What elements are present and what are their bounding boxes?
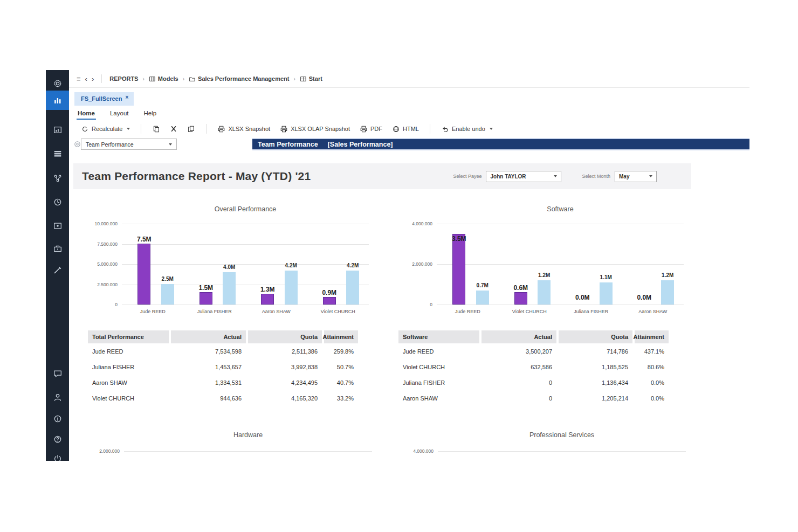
tab-bar: FS_FullScreen × [69,88,749,106]
sidebar-item-rows[interactable] [46,146,69,162]
table-row: Jude REED3,500,207714,786437.1% [398,343,669,359]
breadcrumb-item-sales-performance-management[interactable]: Sales Performance Management [189,75,289,82]
actual-value: 7,534,598 [171,343,246,359]
attainment-value: 0.0% [635,390,669,406]
sidebar-item-help[interactable] [46,431,69,447]
sidebar-item-info[interactable] [46,411,69,427]
sidebar-item-comment[interactable] [46,365,69,382]
chevron-down-icon [169,143,172,146]
sidebar-item-report[interactable] [46,122,69,138]
forward-icon[interactable]: › [92,75,94,83]
bar-quota-aaron-shaw [661,280,674,305]
attainment-value: 259.8% [324,343,358,359]
menu-item-help[interactable]: Help [142,107,157,120]
sidebar-item-pencil[interactable] [46,262,69,278]
actual-value: 944,636 [171,390,246,406]
bar-actual-juliana-fisher [200,292,212,305]
category-label: Aaron SHAW [245,309,307,314]
table-row: Juliana FISHER01,136,4340.0% [398,375,669,390]
bar-value-label: 0.6M [505,284,537,292]
toolbar-divider [430,124,430,134]
sidebar-item-user[interactable] [46,389,69,405]
data-table-total-performance: Total PerformanceActualQuotaAttainmentJu… [88,330,358,406]
breadcrumb-separator: › [183,76,184,82]
axis-tick-label: 10.000.000 [80,221,118,226]
banner-subtitle: [Sales Performance] [328,141,393,148]
column-header: Total Performance [88,330,169,343]
bar-value-label: 0.9M [313,289,346,296]
chevron-down-icon [127,128,130,130]
copy-icon [187,125,195,133]
breadcrumb-item-reports[interactable]: REPORTS [109,75,138,82]
chart-gridline [438,451,686,452]
breadcrumb-separator: › [293,76,295,82]
paste-button[interactable] [150,123,162,135]
breadcrumb-item-start[interactable]: Start [300,75,322,82]
hamburger-menu-icon[interactable]: ≡ [77,75,81,83]
sidebar-item-workflow[interactable] [46,170,69,186]
recalculate-button[interactable]: Recalculate [79,123,132,135]
payee-select[interactable]: John TAYLOR [486,171,561,182]
pdf-button[interactable]: PDF [357,123,384,135]
axis-tick-label: 2.500.000 [80,282,118,287]
actual-value: 632,586 [481,359,556,375]
copy-button[interactable] [185,123,197,135]
enable-undo-button[interactable]: Enable undo [439,123,495,135]
sidebar-item-clock[interactable] [46,194,69,210]
quota-value: 714,786 [559,343,632,359]
button-label: HTML [403,126,419,132]
category-label: Juliana FISHER [560,309,622,314]
report-icon [53,125,63,135]
axis-tick-label: 7.500.000 [80,241,118,247]
snapshot-icon [280,125,288,133]
cut-button[interactable] [168,123,180,134]
row-label: Juliana FISHER [398,375,479,390]
category-label: Aaron SHAW [622,309,684,314]
pencil-icon [53,265,63,275]
bar-quota-jude-reed [161,284,174,305]
category-label: Violet CHURCH [499,309,561,314]
clock-icon [53,197,63,207]
toolbar-divider [141,124,141,134]
row-label: Juliana FISHER [88,359,169,375]
close-icon[interactable]: × [125,94,128,100]
menu-item-layout[interactable]: Layout [109,107,130,120]
chevron-down-icon [649,175,652,177]
category-label: Jude REED [122,309,184,314]
bar-value-label: 0.0M [628,294,661,301]
sidebar-item-power[interactable] [46,451,69,461]
axis-tick-label: 2.000.000 [395,261,432,267]
bar-actual-jude-reed [137,244,150,305]
sidebar-item-briefcase[interactable] [46,240,69,257]
row-label: Aaron SHAW [398,390,479,406]
sidebar-item-analytics[interactable] [46,91,69,110]
menu-item-home[interactable]: Home [77,107,96,120]
sidebar-item-presentation[interactable] [46,218,69,234]
attainment-value: 437.1% [635,343,669,359]
breadcrumb-label: REPORTS [109,75,138,82]
divider [101,74,102,83]
row-label: Violet CHURCH [398,359,479,375]
page-selector[interactable]: Team Performance [81,139,177,150]
tab-label: FS_FullScreen [81,95,122,102]
column-header: Software [398,330,479,343]
month-value: May [619,174,629,179]
row-label: Aaron SHAW [88,375,169,390]
comment-icon [53,369,63,378]
xlsx-snapshot-button[interactable]: XLSX Snapshot [215,123,272,135]
quota-value: 2,511,386 [248,343,322,359]
chart-gridline [437,264,684,265]
chart-title: Professional Services [438,431,686,439]
xlsx-olap-snapshot-button[interactable]: XLSX OLAP Snapshot [278,123,352,135]
chart-title: Overall Performance [122,205,369,213]
tab-fs-fullscreen[interactable]: FS_FullScreen × [74,92,134,106]
month-select[interactable]: May [615,171,657,182]
quota-value: 4,165,320 [248,390,322,406]
back-icon[interactable]: ‹ [85,75,87,83]
breadcrumb-item-models[interactable]: Models [149,75,178,82]
html-button[interactable]: HTML [390,123,421,135]
sidebar-item-settings[interactable] [46,75,69,92]
refresh-icon [81,125,89,133]
bar-actual-violet-church [323,297,336,305]
bar-actual-aaron-shaw [261,294,274,305]
